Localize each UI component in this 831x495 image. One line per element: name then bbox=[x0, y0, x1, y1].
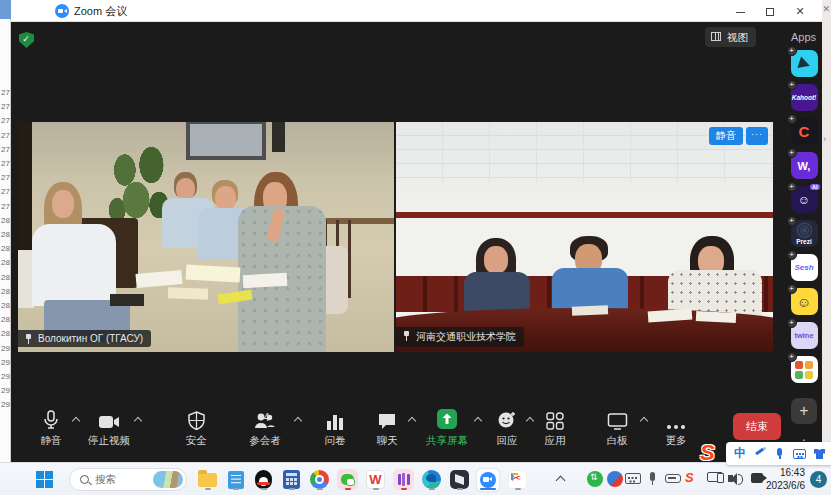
sogou-keyboard-icon[interactable] bbox=[793, 449, 806, 459]
app-icon-c[interactable]: +C bbox=[791, 118, 818, 145]
app-icon-ai-companion[interactable]: +☺AI bbox=[791, 186, 818, 213]
video-tile-right[interactable]: 静音 ··· 河南交通职业技术学院 bbox=[396, 122, 773, 352]
clock-time: 16:43 bbox=[766, 467, 805, 480]
end-meeting-button[interactable]: 结束 bbox=[733, 413, 781, 440]
tray-antivirus-icon[interactable] bbox=[587, 471, 603, 487]
app-icon-kahoot[interactable]: +Kahoot! bbox=[791, 84, 818, 111]
background-scroll-arrow-icon: › bbox=[823, 134, 826, 144]
background-close-icon: ✕ bbox=[822, 4, 830, 14]
tray-security-icon[interactable] bbox=[607, 471, 623, 487]
stop-video-button[interactable]: 停止视频 bbox=[71, 408, 147, 448]
sogou-mic-icon[interactable] bbox=[773, 447, 786, 460]
pink-app-icon[interactable] bbox=[392, 468, 415, 491]
edge-icon[interactable] bbox=[420, 468, 443, 491]
windows-taskbar: 搜索 W S 16:43 2023/6/6 bbox=[0, 462, 831, 495]
tray-keyboard-icon[interactable] bbox=[625, 473, 641, 484]
security-button[interactable]: 安全 bbox=[158, 408, 234, 448]
wechat-icon[interactable] bbox=[336, 468, 359, 491]
sogou-chinese-mode[interactable]: 中 bbox=[734, 445, 746, 462]
app-icon-twine[interactable]: +twine bbox=[791, 322, 818, 349]
participants-button[interactable]: 4 参会者 bbox=[227, 408, 303, 448]
view-grid-icon bbox=[711, 32, 721, 41]
tray-ime-icon[interactable] bbox=[665, 474, 681, 483]
view-button[interactable]: 视图 bbox=[705, 27, 756, 47]
search-icon bbox=[80, 475, 89, 484]
view-label: 视图 bbox=[727, 31, 748, 43]
notes-app-icon[interactable] bbox=[224, 468, 247, 491]
tile-more-button[interactable]: ··· bbox=[746, 127, 768, 145]
clock-date: 2023/6/6 bbox=[766, 480, 805, 493]
app-icon-grid[interactable]: + bbox=[791, 356, 818, 383]
tray-camera-icon[interactable] bbox=[751, 473, 763, 483]
app-icon-wooclap[interactable]: +W, bbox=[791, 152, 818, 179]
app-icon-prezi[interactable]: +Prezi bbox=[791, 220, 818, 247]
taskbar-clock[interactable]: 16:43 2023/6/6 bbox=[766, 467, 805, 492]
taskbar-search[interactable]: 搜索 bbox=[69, 468, 187, 491]
zoom-logo-icon bbox=[55, 4, 69, 18]
search-placeholder: 搜索 bbox=[95, 473, 153, 487]
chrome-icon[interactable] bbox=[308, 468, 331, 491]
background-window-left: 27 27 27 27 27 27 27 27 27 28 28 28 28 2… bbox=[0, 0, 11, 462]
video-tile-left[interactable]: Волокитин ОГ (ТГАСУ) bbox=[18, 122, 394, 352]
participants-icon: 4 bbox=[227, 408, 303, 430]
zoom-titlebar: Zoom 会议 ✕ bbox=[11, 0, 822, 22]
participant-name-tag: 河南交通职业技术学院 bbox=[396, 327, 524, 347]
search-highlight-image[interactable] bbox=[153, 471, 183, 488]
file-explorer-icon[interactable] bbox=[196, 468, 219, 491]
sogou-skin-icon[interactable] bbox=[813, 447, 826, 460]
background-window-right: ✕ › bbox=[821, 0, 831, 462]
pin-icon bbox=[24, 334, 33, 344]
background-window-titlebar bbox=[0, 0, 11, 19]
meeting-area: 视图 Apps bbox=[11, 22, 822, 462]
tray-network-icon[interactable] bbox=[707, 472, 723, 482]
tray-expand-chevron-icon[interactable] bbox=[553, 471, 569, 487]
sogou-logo-icon[interactable]: S bbox=[700, 440, 726, 466]
video-scene-right bbox=[396, 122, 773, 352]
tray-sogou-icon[interactable]: S bbox=[685, 470, 701, 486]
minimize-button[interactable] bbox=[726, 0, 754, 22]
app-icon-funtivity[interactable]: +☺ bbox=[791, 288, 818, 315]
dark-app-icon[interactable] bbox=[448, 468, 471, 491]
participants-count: 4 bbox=[264, 412, 270, 423]
start-button[interactable] bbox=[33, 468, 56, 491]
more-dots-icon bbox=[638, 408, 714, 430]
zoom-taskbar-icon[interactable] bbox=[476, 468, 499, 491]
zoom-window: Zoom 会议 ✕ 视图 Apps bbox=[11, 0, 822, 462]
snip-tool-icon[interactable] bbox=[506, 468, 529, 491]
tray-volume-icon[interactable] bbox=[727, 471, 743, 487]
maximize-button[interactable] bbox=[756, 0, 784, 22]
participant-name: 河南交通职业技术学院 bbox=[416, 331, 516, 342]
participant-name-tag: Волокитин ОГ (ТГАСУ) bbox=[18, 330, 151, 347]
pin-icon bbox=[402, 331, 411, 341]
security-shield-icon bbox=[158, 408, 234, 430]
tray-mic-icon[interactable] bbox=[645, 471, 661, 487]
spreadsheet-row-numbers: 27 27 27 27 27 27 27 27 27 28 28 28 28 2… bbox=[1, 86, 11, 413]
participant-name: Волокитин ОГ (ТГАСУ) bbox=[38, 333, 143, 344]
mute-badge: 静音 bbox=[709, 127, 743, 145]
screen: 27 27 27 27 27 27 27 27 27 28 28 28 28 2… bbox=[0, 0, 831, 495]
close-button[interactable]: ✕ bbox=[786, 0, 814, 22]
sogou-pen-icon[interactable] bbox=[753, 447, 766, 460]
picture-frame bbox=[186, 122, 266, 160]
sogou-input-bar: S 中 bbox=[700, 441, 831, 465]
wps-icon[interactable]: W bbox=[364, 468, 387, 491]
app-icon-play[interactable]: + bbox=[791, 50, 818, 77]
apps-panel-label: Apps bbox=[791, 31, 816, 43]
encryption-shield-icon[interactable] bbox=[19, 32, 34, 48]
window-title: Zoom 会议 bbox=[74, 4, 127, 19]
calculator-icon[interactable] bbox=[280, 468, 303, 491]
notification-count-badge[interactable]: 4 bbox=[810, 471, 827, 488]
qq-icon[interactable] bbox=[252, 468, 275, 491]
video-options-chevron[interactable] bbox=[135, 416, 142, 423]
app-icon-sesh[interactable]: +Sesh bbox=[791, 254, 818, 281]
video-scene-left bbox=[18, 122, 394, 352]
